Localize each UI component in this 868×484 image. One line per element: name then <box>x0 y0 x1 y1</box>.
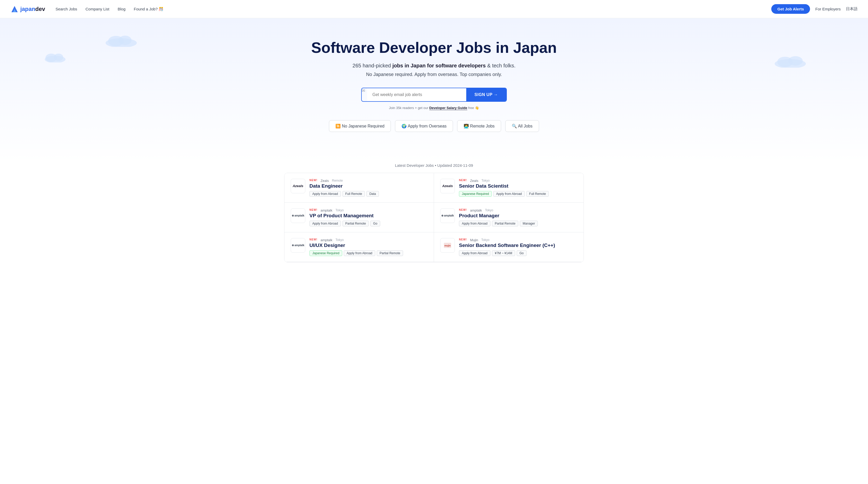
jobs-section: Latest Developer Jobs • Updated 2024-11-… <box>278 163 590 278</box>
logo-text: japandev <box>20 6 45 12</box>
job-company: amptalk <box>321 238 333 242</box>
job-info: NEW! Mujin Tokyo Senior Backend Software… <box>459 238 577 256</box>
job-info: NEW! Zeals Remote Data Engineer Apply fr… <box>309 179 428 197</box>
job-tag: Apply from Abroad <box>459 250 490 256</box>
job-info: NEW! amptalk Tokyo VP of Product Managem… <box>309 208 428 226</box>
job-tags: Apply from AbroadFull RemoteData <box>309 191 428 197</box>
job-tags: Apply from Abroad¥7M ~ ¥14MGo <box>459 250 577 256</box>
filter-apply-overseas[interactable]: 🌍 Apply from Overseas <box>395 120 453 132</box>
for-employers-link[interactable]: For Employers <box>815 7 841 11</box>
job-title: Senior Backend Software Engineer (C++) <box>459 243 577 248</box>
nav-links: Search Jobs Company List Blog Found a Jo… <box>55 7 771 11</box>
job-new-badge: NEW! <box>459 179 467 182</box>
filter-remote-jobs[interactable]: 👩‍💻 Remote Jobs <box>457 120 501 132</box>
job-tags: Apply from AbroadPartial RemoteGo <box>309 221 428 226</box>
cloud-decoration-2 <box>43 52 67 62</box>
job-location: Tokyo <box>336 238 343 242</box>
job-location: Tokyo <box>336 208 343 212</box>
email-icon: ✉ <box>362 88 365 101</box>
jobs-grid: Azeals NEW! Zeals Remote Data Engineer A… <box>284 173 584 262</box>
language-switcher[interactable]: 日本語 <box>846 6 858 11</box>
job-company: amptalk <box>321 208 333 212</box>
job-tag: Apply from Abroad <box>344 250 375 256</box>
job-item[interactable]: ⊕ amptalk NEW! amptalk Tokyo UI/UX Desig… <box>284 232 434 262</box>
job-new-badge: NEW! <box>309 179 317 182</box>
job-title: UI/UX Designer <box>309 243 428 248</box>
salary-guide-link[interactable]: Developer Salary Guide <box>429 106 467 110</box>
job-title: Data Engineer <box>309 183 428 189</box>
job-new-badge: NEW! <box>309 238 317 241</box>
signup-note: Join 35k readers + get our Developer Sal… <box>5 106 863 110</box>
signup-button[interactable]: SIGN UP → <box>466 88 506 101</box>
job-tag: Full Remote <box>526 191 549 197</box>
job-tag: Apply from Abroad <box>309 221 341 226</box>
job-logo: mujin <box>440 238 455 253</box>
hero-section: Software Developer Jobs in Japan 265 han… <box>0 18 868 163</box>
job-info: NEW! Zeals Tokyo Senior Data Scientist J… <box>459 179 577 197</box>
job-info: NEW! amptalk Tokyo UI/UX Designer Japane… <box>309 238 428 256</box>
job-logo: ⊕ amptalk <box>291 208 305 223</box>
email-input[interactable] <box>367 88 466 101</box>
job-location: Remote <box>332 179 343 182</box>
job-item[interactable]: mujin NEW! Mujin Tokyo Senior Backend So… <box>434 232 584 262</box>
nav-search-jobs[interactable]: Search Jobs <box>55 7 77 11</box>
job-tags: Japanese RequiredApply from AbroadFull R… <box>459 191 577 197</box>
svg-point-7 <box>54 54 63 61</box>
get-alerts-button[interactable]: Get Job Alerts <box>771 4 810 14</box>
jobs-card-wrapper: Azeals NEW! Zeals Remote Data Engineer A… <box>284 173 584 262</box>
svg-point-10 <box>788 56 803 65</box>
nav-blog[interactable]: Blog <box>118 7 126 11</box>
amptalk-logo-text: ⊕ amptalk <box>292 244 305 247</box>
job-tag: Apply from Abroad <box>459 221 490 226</box>
job-new-badge: NEW! <box>459 208 467 211</box>
logo-link[interactable]: japandev <box>10 5 45 13</box>
job-tags: Japanese RequiredApply from AbroadPartia… <box>309 250 428 256</box>
job-tag: Partial Remote <box>342 221 369 226</box>
job-title: VP of Product Management <box>309 213 428 219</box>
nav-company-list[interactable]: Company List <box>86 7 110 11</box>
job-tag: Data <box>366 191 379 197</box>
job-tag: Japanese Required <box>459 191 492 197</box>
job-tag: Go <box>517 250 527 256</box>
email-signup-form: ✉ SIGN UP → <box>361 88 507 102</box>
job-location: Tokyo <box>481 238 489 242</box>
job-tag: Go <box>370 221 380 226</box>
job-item[interactable]: Azeals NEW! Zeals Tokyo Senior Data Scie… <box>434 173 584 203</box>
job-location: Tokyo <box>481 179 489 182</box>
job-title: Product Manager <box>459 213 577 219</box>
job-tag: Partial Remote <box>492 221 518 226</box>
job-tag: Japanese Required <box>309 250 342 256</box>
job-info: NEW! amptalk Tokyo Product Manager Apply… <box>459 208 577 226</box>
amptalk-logo-text: ⊕ amptalk <box>292 214 305 217</box>
job-tag: Apply from Abroad <box>309 191 341 197</box>
job-logo: Azeals <box>291 179 305 193</box>
cloud-decoration-3 <box>773 55 807 68</box>
job-new-badge: NEW! <box>309 208 317 211</box>
cloud-decoration-1 <box>104 34 138 47</box>
job-tag: Manager <box>520 221 538 226</box>
job-tag: ¥7M ~ ¥14M <box>492 250 515 256</box>
navbar: japandev Search Jobs Company List Blog F… <box>0 0 868 18</box>
job-tag: Partial Remote <box>377 250 403 256</box>
job-company: Zeals <box>470 179 478 183</box>
job-logo: ⊕ amptalk <box>440 208 455 223</box>
filter-no-japanese[interactable]: 🈚 No Japanese Required <box>329 120 391 132</box>
mujin-logo-icon: mujin <box>443 241 452 250</box>
filter-buttons: 🈚 No Japanese Required 🌍 Apply from Over… <box>5 120 863 132</box>
job-company: Zeals <box>321 179 329 183</box>
nav-found-job[interactable]: Found a Job? 🎊 <box>134 7 164 11</box>
zeals-logo-text: Azeals <box>442 184 453 188</box>
job-item[interactable]: ⊕ amptalk NEW! amptalk Tokyo VP of Produ… <box>284 203 434 232</box>
logo-icon <box>10 5 19 13</box>
amptalk-logo-text: ⊕ amptalk <box>441 214 454 217</box>
job-item[interactable]: Azeals NEW! Zeals Remote Data Engineer A… <box>284 173 434 203</box>
filter-all-jobs[interactable]: 🔍 All Jobs <box>505 120 539 132</box>
job-new-badge: NEW! <box>459 238 467 241</box>
job-logo: Azeals <box>440 179 455 193</box>
job-title: Senior Data Scientist <box>459 183 577 189</box>
svg-text:mujin: mujin <box>444 244 451 247</box>
job-item[interactable]: ⊕ amptalk NEW! amptalk Tokyo Product Man… <box>434 203 584 232</box>
job-tag: Apply from Abroad <box>493 191 525 197</box>
nav-right: Get Job Alerts For Employers 日本語 <box>771 4 858 14</box>
job-logo: ⊕ amptalk <box>291 238 305 253</box>
